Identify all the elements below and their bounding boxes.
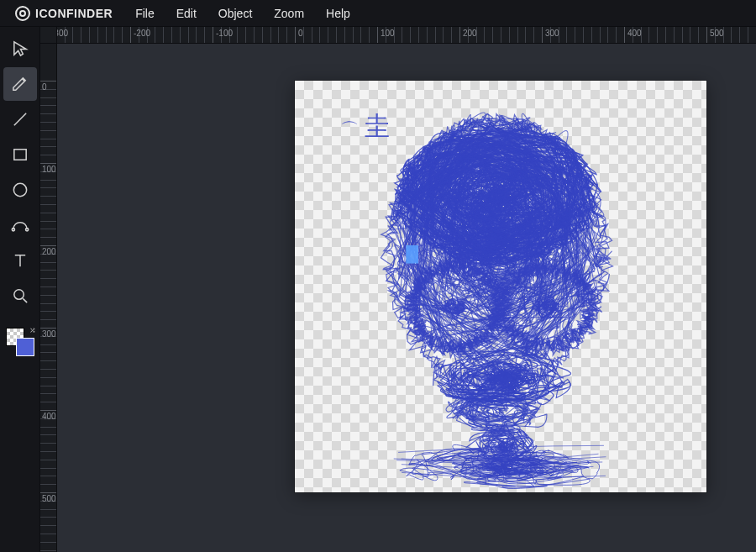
rectangle-tool[interactable] [3,138,37,171]
menubar: ICONFINDER FileEditObjectZoomHelp [0,0,756,27]
foreground-color-swatch[interactable] [16,338,34,356]
ruler-label: 400 [42,412,56,421]
cursor-icon [11,39,29,58]
text-icon [11,251,29,270]
svg-point-4 [13,290,23,299]
ruler-label: 0 [298,29,303,38]
text-tool[interactable] [3,244,37,277]
ruler-label: 0 [42,82,47,92]
pencil-tool[interactable] [3,67,37,101]
brand-name: ICONFINDER [35,7,113,20]
viewport[interactable]: ⌒圭 [57,44,756,552]
menu-file[interactable]: File [124,0,165,27]
select-tool[interactable] [3,32,37,66]
magnify-icon [11,287,29,305]
artboard[interactable]: ⌒圭 [295,81,706,492]
menu-items: FileEditObjectZoomHelp [124,0,361,27]
logo-icon [15,6,30,21]
ruler-label: 500 [42,494,56,503]
ruler-label: 200 [42,247,56,256]
vertical-ruler[interactable]: 0100200300400500 [40,44,57,552]
svg-rect-5 [406,245,418,264]
zoom-tool[interactable] [3,279,37,313]
pencil-icon [11,75,29,93]
swap-colors-icon[interactable]: ⤮ [29,326,36,334]
ruler-corner [40,27,57,44]
ruler-label: -200 [134,29,150,38]
artwork-svg [295,81,706,492]
ruler-label: 300 [42,329,56,339]
ruler-label: 200 [463,29,477,38]
ruler-label: 500 [710,29,724,38]
svg-point-1 [13,183,26,196]
menu-edit[interactable]: Edit [165,0,207,27]
color-swatches[interactable]: ⤮ [6,328,34,356]
horizontal-ruler[interactable]: -300-200-1000100200300400500 [57,27,756,44]
toolbar: ⤮ [0,27,40,552]
ellipse-tool[interactable] [3,173,37,207]
ruler-label: 400 [627,29,642,38]
rect-icon [11,145,29,164]
menu-zoom[interactable]: Zoom [263,0,315,27]
line-tool[interactable] [3,103,37,136]
menu-help[interactable]: Help [315,0,361,27]
ruler-label: -100 [216,29,233,38]
stage: -300-200-1000100200300400500 01002003004… [40,27,756,552]
ruler-label: 100 [381,29,395,38]
ruler-label: 300 [545,29,559,38]
ruler-label: -300 [57,29,68,38]
app-logo: ICONFINDER [0,6,124,21]
svg-rect-0 [13,150,25,160]
bezier-icon [11,216,29,234]
bezier-tool[interactable] [3,208,37,242]
circle-icon [11,181,29,199]
ruler-label: 100 [42,165,56,174]
menu-object[interactable]: Object [207,0,263,27]
line-icon [11,110,29,129]
